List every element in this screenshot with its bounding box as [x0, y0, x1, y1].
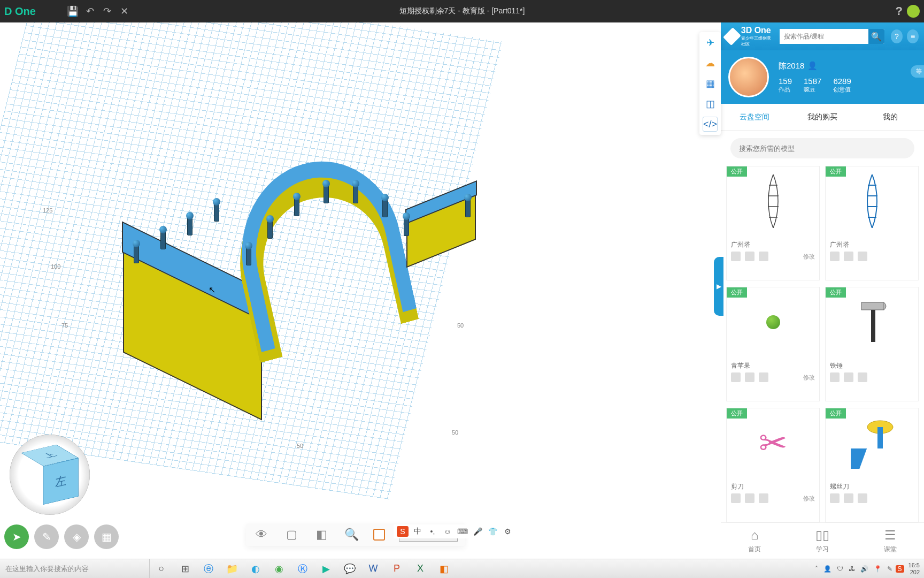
tray-sogou-icon[interactable]: S: [896, 565, 904, 573]
panel-search-input[interactable]: [780, 29, 868, 44]
like-icon[interactable]: [830, 372, 840, 382]
taskview-icon[interactable]: ⊞: [173, 559, 197, 578]
folder-icon[interactable]: [759, 372, 768, 382]
model-card[interactable]: 公开 铁锤: [825, 287, 919, 401]
download-icon[interactable]: [745, 493, 754, 503]
explorer-icon[interactable]: 📁: [220, 559, 244, 578]
model-card[interactable]: 公开 青苹果 修改: [726, 287, 820, 401]
send-icon[interactable]: ✈: [703, 35, 718, 50]
model-search[interactable]: [730, 138, 914, 158]
edit-link[interactable]: 修改: [803, 495, 815, 503]
layer-icon[interactable]: ◫: [703, 96, 718, 111]
like-icon[interactable]: [731, 252, 741, 261]
save-icon[interactable]: 💾: [64, 3, 81, 20]
folder-icon[interactable]: [858, 372, 867, 382]
help-icon[interactable]: ?: [896, 4, 903, 18]
status-punct-icon[interactable]: •,: [427, 526, 438, 537]
excel-icon[interactable]: X: [409, 559, 432, 578]
model-search-input[interactable]: [739, 144, 906, 153]
folder-icon[interactable]: [759, 252, 768, 261]
nav-learn[interactable]: ▯▯学习: [789, 523, 857, 559]
tray-network-icon[interactable]: 🖧: [846, 565, 857, 573]
stat-beans-label: 豌豆: [804, 86, 821, 94]
app-green-icon[interactable]: ◉: [267, 559, 291, 578]
powerpoint-icon[interactable]: P: [385, 559, 409, 578]
cloud-icon[interactable]: ☁: [703, 56, 718, 71]
tab-mine[interactable]: 我的: [856, 105, 924, 130]
edge-icon[interactable]: ⓔ: [197, 559, 220, 578]
viewcube-front-face[interactable]: 左: [43, 458, 79, 505]
tray-chevron-icon[interactable]: ˄: [813, 565, 820, 573]
tray-pen-icon[interactable]: ✎: [885, 565, 895, 573]
canvas-viewport[interactable]: 125 100 75 50 50 50 ↖: [0, 22, 721, 559]
model-card[interactable]: 公开 ✂ 剪刀 修改: [726, 408, 820, 522]
visibility-icon[interactable]: 👁: [253, 527, 270, 543]
folder-icon[interactable]: [858, 252, 867, 261]
cube-wireframe-icon[interactable]: ▢: [283, 527, 299, 543]
view-cube[interactable]: 上 左: [10, 435, 90, 515]
browser-icon[interactable]: ◐: [244, 559, 267, 578]
status-settings-icon[interactable]: ⚙: [502, 526, 513, 537]
cube-shaded-icon[interactable]: ◧: [313, 527, 329, 543]
tray-people-icon[interactable]: 👤: [821, 565, 834, 573]
blocks-icon[interactable]: ▦: [703, 76, 718, 91]
tray-clock[interactable]: 16:5 202: [905, 562, 920, 575]
folder-icon[interactable]: [759, 493, 768, 503]
edit-link[interactable]: 修改: [803, 374, 815, 382]
avatar[interactable]: [728, 57, 769, 97]
undo-icon[interactable]: ↶: [81, 3, 98, 20]
cortana-icon[interactable]: ○: [150, 559, 173, 578]
status-keyboard-icon[interactable]: ⌨: [457, 526, 468, 537]
help-round-icon[interactable]: ?: [891, 29, 903, 43]
like-icon[interactable]: [830, 493, 840, 503]
wechat-icon[interactable]: 💬: [338, 559, 361, 578]
minimize-button[interactable]: [907, 5, 920, 18]
search-icon[interactable]: 🔍: [868, 29, 884, 44]
panel-search[interactable]: 🔍: [780, 29, 884, 44]
tab-cloud-space[interactable]: 云盘空间: [721, 105, 789, 130]
download-icon[interactable]: [745, 372, 754, 382]
model-card[interactable]: 公开 广州塔 修改: [726, 166, 820, 280]
tray-location-icon[interactable]: 📍: [872, 565, 884, 573]
zoom-icon[interactable]: 🔍: [343, 527, 359, 543]
panel-brand[interactable]: 3D One 青少年三维创意社区: [726, 26, 773, 47]
select-tool-button[interactable]: ➤: [4, 524, 29, 549]
kugou-icon[interactable]: Ⓚ: [291, 559, 314, 578]
status-mic-icon[interactable]: 🎤: [472, 526, 483, 537]
status-emoji-icon[interactable]: ☺: [442, 526, 453, 537]
download-icon[interactable]: [844, 493, 853, 503]
like-icon[interactable]: [830, 252, 840, 261]
app-orange-icon[interactable]: ◧: [432, 559, 456, 578]
level-badge[interactable]: 等: [911, 65, 924, 78]
folder-icon[interactable]: [858, 493, 867, 503]
word-icon[interactable]: W: [361, 559, 385, 578]
color-picker-icon[interactable]: [373, 529, 385, 541]
nav-home[interactable]: ⌂首页: [721, 523, 789, 559]
menu-round-icon[interactable]: ≡: [907, 29, 919, 43]
model-card[interactable]: 公开 广州塔: [825, 166, 919, 280]
app-teal-icon[interactable]: ▶: [314, 559, 338, 578]
download-icon[interactable]: [844, 372, 853, 382]
tray-volume-icon[interactable]: 🔊: [858, 565, 871, 573]
edit-link[interactable]: 修改: [803, 253, 815, 261]
status-skin-icon[interactable]: 👕: [487, 526, 498, 537]
status-lang-icon[interactable]: 中: [412, 526, 424, 537]
model-card[interactable]: 公开 螺丝刀: [825, 408, 919, 522]
status-s-icon[interactable]: S: [397, 526, 409, 537]
model-arch-bridge[interactable]: [123, 172, 455, 424]
tab-my-purchase[interactable]: 我的购买: [789, 105, 857, 130]
group-tool-button[interactable]: ▦: [94, 524, 119, 549]
nav-class[interactable]: ☰课堂: [856, 523, 924, 559]
taskbar-search[interactable]: 在这里输入你要搜索的内容: [0, 559, 150, 578]
tag-tool-button[interactable]: ◈: [64, 524, 89, 549]
panel-collapse-handle[interactable]: ▶: [714, 257, 723, 316]
redo-icon[interactable]: ↷: [98, 3, 116, 20]
like-icon[interactable]: [731, 372, 741, 382]
close-icon[interactable]: ✕: [116, 3, 133, 20]
like-icon[interactable]: [731, 493, 741, 503]
download-icon[interactable]: [745, 252, 754, 261]
edit-tool-button[interactable]: ✎: [34, 524, 59, 549]
tray-shield-icon[interactable]: 🛡: [835, 565, 845, 573]
code-icon[interactable]: </>: [703, 117, 718, 132]
download-icon[interactable]: [844, 252, 853, 261]
